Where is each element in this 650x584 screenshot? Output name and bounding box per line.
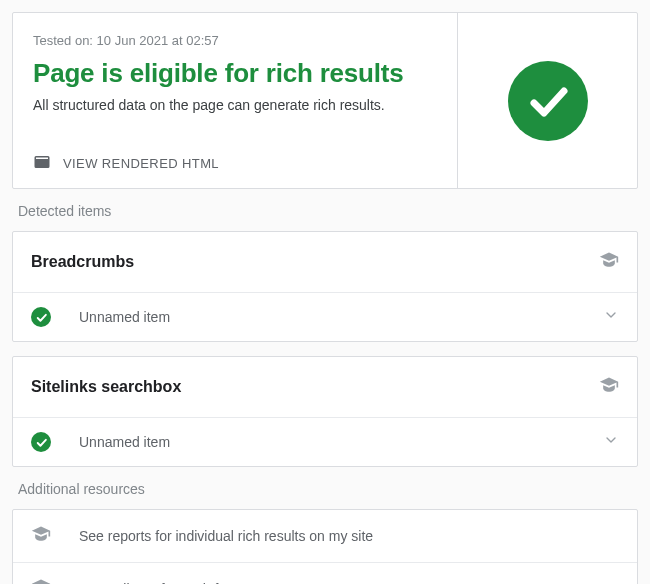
chevron-down-icon — [603, 307, 619, 327]
tested-on-text: Tested on: 10 Jun 2021 at 02:57 — [33, 33, 437, 48]
resource-label: See reports for individual rich results … — [79, 528, 373, 544]
status-icon-panel — [457, 13, 637, 188]
graduation-cap-icon[interactable] — [599, 250, 619, 274]
check-icon — [31, 432, 51, 452]
status-subtext: All structured data on the page can gene… — [33, 97, 437, 113]
graduation-cap-icon — [31, 577, 51, 584]
chevron-down-icon — [603, 432, 619, 452]
detected-group-breadcrumbs: Breadcrumbs Unnamed item — [12, 231, 638, 342]
item-label: Unnamed item — [79, 434, 603, 450]
graduation-cap-icon[interactable] — [599, 375, 619, 399]
success-check-icon — [508, 61, 588, 141]
view-rendered-html-button[interactable]: VIEW RENDERED HTML — [33, 141, 437, 188]
graduation-cap-icon — [31, 524, 51, 548]
detected-items-title: Detected items — [18, 203, 638, 219]
browser-icon — [33, 153, 51, 174]
view-rendered-html-label: VIEW RENDERED HTML — [63, 156, 219, 171]
group-header-breadcrumbs[interactable]: Breadcrumbs — [13, 232, 637, 293]
additional-resources-title: Additional resources — [18, 481, 638, 497]
resource-link-gallery[interactable]: See gallery of search features — [13, 563, 637, 584]
detected-item-row[interactable]: Unnamed item — [13, 418, 637, 466]
group-title: Sitelinks searchbox — [31, 378, 181, 396]
group-title: Breadcrumbs — [31, 253, 134, 271]
check-icon — [31, 307, 51, 327]
item-label: Unnamed item — [79, 309, 603, 325]
resource-link-reports[interactable]: See reports for individual rich results … — [13, 510, 637, 563]
group-header-sitelinks[interactable]: Sitelinks searchbox — [13, 357, 637, 418]
status-card: Tested on: 10 Jun 2021 at 02:57 Page is … — [12, 12, 638, 189]
detected-group-sitelinks: Sitelinks searchbox Unnamed item — [12, 356, 638, 467]
resources-group: See reports for individual rich results … — [12, 509, 638, 584]
detected-item-row[interactable]: Unnamed item — [13, 293, 637, 341]
status-content: Tested on: 10 Jun 2021 at 02:57 Page is … — [13, 13, 457, 188]
status-headline: Page is eligible for rich results — [33, 58, 437, 89]
